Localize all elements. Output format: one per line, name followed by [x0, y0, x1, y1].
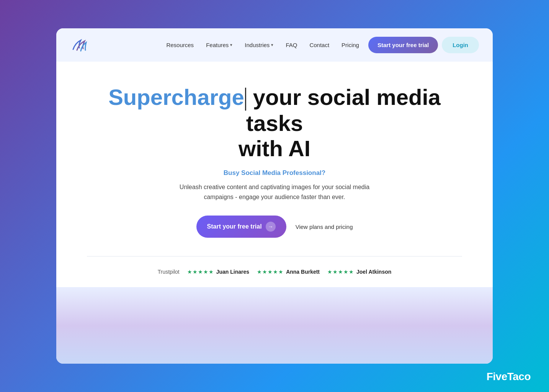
hero-title: Supercharge your social media taskswith … — [87, 85, 462, 162]
review-item-2: ★★★★★ Anna Burkett — [257, 269, 320, 275]
chevron-down-icon: ▾ — [271, 42, 273, 47]
review-item-1: ★★★★★ Juan Linares — [187, 269, 249, 275]
stars-1: ★★★★★ — [187, 269, 214, 275]
hero-title-rest: your social media taskswith AI — [239, 85, 441, 161]
nav-industries[interactable]: Industries ▾ — [245, 42, 273, 48]
trustpilot-row: Trustpilot ★★★★★ Juan Linares ★★★★★ Anna… — [158, 269, 392, 287]
hero-section: Supercharge your social media taskswith … — [56, 62, 493, 287]
nav-resources[interactable]: Resources — [166, 42, 194, 48]
review-item-3: ★★★★★ Joel Atkinson — [327, 269, 391, 275]
reviewer-name-3: Joel Atkinson — [356, 269, 391, 275]
arrow-icon: → — [266, 222, 276, 232]
stars-2: ★★★★★ — [257, 269, 284, 275]
bottom-gradient-section — [56, 287, 493, 364]
text-cursor — [245, 88, 246, 111]
hero-subtitle: Busy Social Media Professional? — [224, 169, 325, 177]
reviewer-name-1: Juan Linares — [216, 269, 249, 275]
trustpilot-label: Trustpilot — [158, 269, 180, 275]
logo[interactable] — [70, 37, 88, 52]
divider — [87, 256, 462, 256]
watermark: FiveTaco — [487, 371, 531, 383]
nav-links: Resources Features ▾ Industries ▾ FAQ Co… — [166, 42, 359, 48]
cta-row: Start your free trial → View plans and p… — [196, 216, 353, 238]
hero-description: Unleash creative content and captivating… — [167, 182, 382, 202]
nav-login-button[interactable]: Login — [442, 37, 479, 53]
main-card: Resources Features ▾ Industries ▾ FAQ Co… — [56, 28, 493, 364]
hero-title-highlight: Supercharge — [108, 85, 244, 109]
nav-faq[interactable]: FAQ — [286, 42, 297, 48]
nav-trial-button[interactable]: Start your free trial — [368, 37, 438, 53]
hero-plans-button[interactable]: View plans and pricing — [296, 224, 353, 230]
hero-trial-button[interactable]: Start your free trial → — [196, 216, 286, 238]
navigation: Resources Features ▾ Industries ▾ FAQ Co… — [56, 28, 493, 62]
nav-buttons: Start your free trial Login — [368, 37, 479, 53]
nav-pricing[interactable]: Pricing — [341, 42, 359, 48]
reviewer-name-2: Anna Burkett — [286, 269, 320, 275]
stars-3: ★★★★★ — [327, 269, 354, 275]
hero-trial-label: Start your free trial — [207, 223, 262, 230]
nav-contact[interactable]: Contact — [309, 42, 329, 48]
nav-features[interactable]: Features ▾ — [206, 42, 232, 48]
chevron-down-icon: ▾ — [230, 42, 232, 47]
